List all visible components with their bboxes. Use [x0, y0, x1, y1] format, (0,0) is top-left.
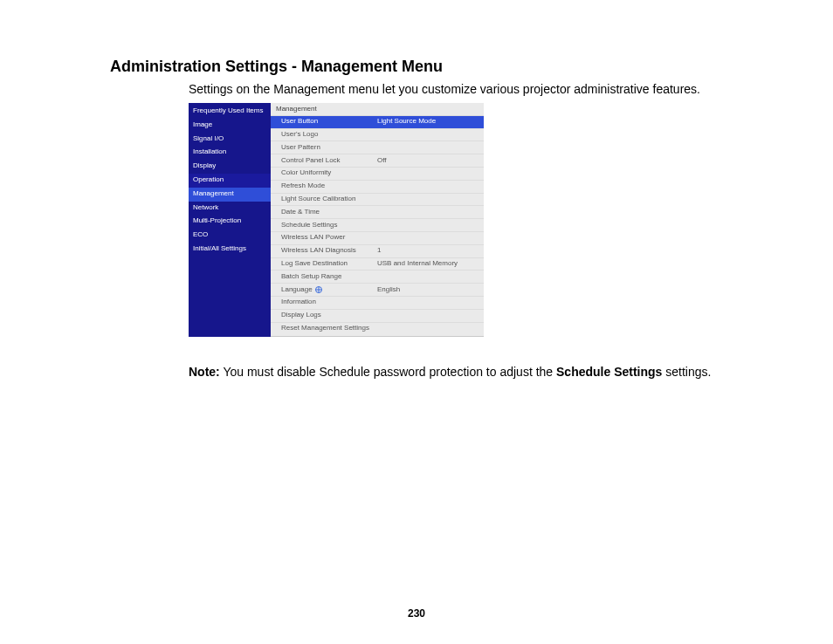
sidebar-item[interactable]: ECO — [189, 229, 271, 243]
menu-row[interactable]: User's Logo — [271, 128, 484, 141]
menu-row-label: User Button — [281, 118, 377, 126]
menu-row-value: USB and Internal Memory — [377, 260, 478, 268]
content-section-title: Management — [271, 103, 484, 115]
menu-row-label: Display Logs — [281, 312, 377, 319]
menu-row[interactable]: Reset Management Settings — [271, 322, 484, 335]
content-footer: Network — [271, 336, 484, 337]
menu-row-value: Light Source Mode — [377, 118, 478, 126]
menu-row[interactable]: Schedule Settings — [271, 218, 484, 231]
intro-text: Settings on the Management menu let you … — [189, 82, 700, 96]
menu-row[interactable]: Display Logs — [271, 309, 484, 322]
menu-row-label: Reset Management Settings — [281, 325, 377, 332]
menu-row[interactable]: Log Save DestinationUSB and Internal Mem… — [271, 257, 484, 271]
sidebar-item[interactable]: Image — [189, 119, 271, 133]
note: Note: You must disable Schedule password… — [189, 365, 711, 379]
menu-row[interactable]: Date & Time — [271, 205, 484, 218]
sidebar-item[interactable]: Multi-Projection — [189, 215, 271, 229]
menu-row[interactable]: User ButtonLight Source Mode — [271, 115, 484, 128]
sidebar: Frequently Used ItemsImageSignal I/OInst… — [189, 103, 271, 337]
menu-row-value: 1 — [377, 247, 478, 255]
menu-row-label: Wireless LAN Power — [281, 234, 377, 242]
menu-row[interactable]: Control Panel LockOff — [271, 154, 484, 167]
note-bold: Schedule Settings — [556, 365, 662, 379]
menu-row-label: Language — [281, 286, 377, 294]
sidebar-item[interactable]: Installation — [189, 146, 271, 160]
menu-row-label: User Pattern — [281, 144, 377, 152]
content-panel: Management User ButtonLight Source ModeU… — [271, 103, 484, 337]
menu-row[interactable]: Wireless LAN Power — [271, 231, 484, 244]
sidebar-item[interactable]: Network — [189, 202, 271, 216]
note-prefix: Note: — [189, 365, 220, 379]
sidebar-item[interactable]: Display — [189, 160, 271, 174]
menu-row-value: English — [377, 286, 478, 294]
page: Administration Settings - Management Men… — [0, 0, 833, 644]
menu-row-label: Date & Time — [281, 209, 377, 216]
menu-screenshot: Frequently Used ItemsImageSignal I/OInst… — [189, 103, 484, 337]
menu-row[interactable]: Wireless LAN Diagnosis1 — [271, 244, 484, 257]
menu-row-label: Wireless LAN Diagnosis — [281, 247, 377, 255]
globe-icon — [315, 286, 322, 293]
menu-row-label: Information — [281, 298, 377, 306]
page-title: Administration Settings - Management Men… — [110, 58, 443, 76]
page-number: 230 — [0, 607, 833, 620]
menu-row-label: User's Logo — [281, 131, 377, 139]
sidebar-item[interactable]: Signal I/O — [189, 133, 271, 147]
note-body-1: You must disable Schedule password prote… — [220, 365, 556, 379]
menu-row[interactable]: Information — [271, 296, 484, 309]
sidebar-item[interactable]: Initial/All Settings — [189, 243, 271, 257]
sidebar-item[interactable]: Management — [189, 188, 271, 202]
menu-row-label: Log Save Destination — [281, 260, 377, 268]
menu-row[interactable]: Refresh Mode — [271, 180, 484, 193]
menu-row-label: Control Panel Lock — [281, 157, 377, 165]
note-body-2: settings. — [662, 365, 711, 379]
menu-row[interactable]: Light Source Calibration — [271, 193, 484, 206]
menu-row[interactable]: Batch Setup Range — [271, 270, 484, 283]
menu-row-label: Light Source Calibration — [281, 195, 377, 203]
menu-row[interactable]: User Pattern — [271, 140, 484, 154]
sidebar-item[interactable]: Operation — [189, 174, 271, 188]
sidebar-item[interactable]: Frequently Used Items — [189, 105, 271, 119]
menu-row-label: Batch Setup Range — [281, 273, 377, 281]
menu-row-label: Refresh Mode — [281, 182, 377, 190]
menu-row-label: Color Uniformity — [281, 169, 377, 177]
menu-row[interactable]: LanguageEnglish — [271, 283, 484, 296]
menu-row-label: Schedule Settings — [281, 222, 377, 230]
menu-row-value: Off — [377, 157, 478, 165]
menu-row[interactable]: Color Uniformity — [271, 167, 484, 180]
